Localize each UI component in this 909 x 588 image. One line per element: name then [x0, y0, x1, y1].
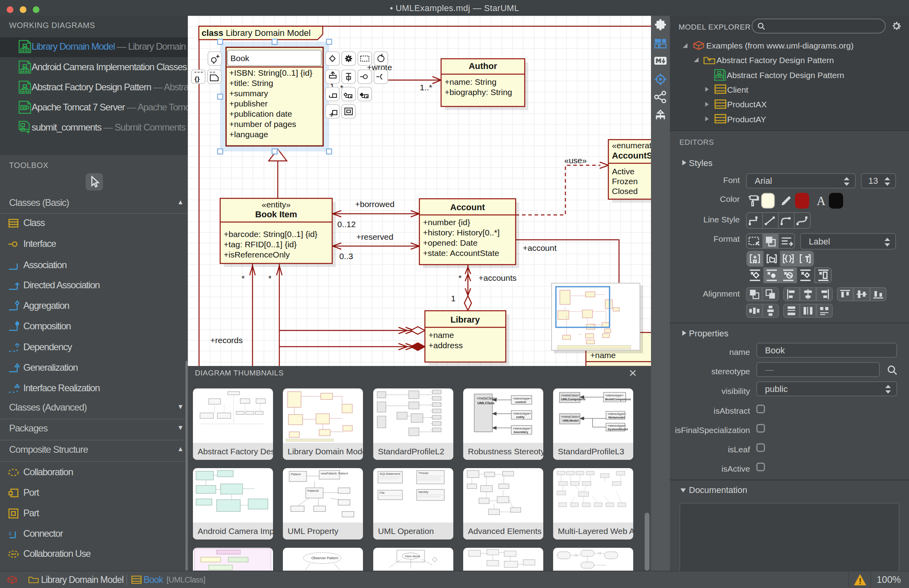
svg-text:Frozen: Frozen	[612, 177, 638, 186]
svg-text:Patient2: Patient2	[307, 489, 319, 493]
svg-text:+name: +name	[428, 330, 454, 340]
svg-text:AccountState: AccountState	[612, 151, 651, 161]
svg-text:View Items: View Items	[405, 554, 420, 558]
svg-text:«stereotype»: «stereotype»	[605, 394, 624, 397]
svg-text:0..12: 0..12	[337, 220, 356, 229]
svg-text:«enumeration»: «enumeration»	[612, 141, 651, 150]
svg-text:Library: Library	[451, 315, 480, 325]
svg-text:Identity: Identity	[418, 490, 428, 494]
svg-text:entity: entity	[516, 415, 525, 419]
svg-text:SQLStatement: SQLStatement	[380, 472, 400, 476]
svg-text:1..*: 1..*	[420, 83, 432, 92]
svg-text:SystemModel: SystemModel	[608, 427, 628, 431]
svg-text:+history: History[0..*]: +history: History[0..*]	[423, 228, 499, 237]
svg-text:newPatient: Patient: newPatient: Patient	[321, 472, 348, 475]
svg-text:Thread: Thread	[418, 471, 428, 475]
svg-text:c: c	[9, 530, 12, 536]
svg-text:Book: Book	[230, 54, 249, 63]
svg-text:+publication date: +publication date	[229, 109, 292, 118]
svg-text:«entity»: «entity»	[262, 200, 291, 209]
svg-text:*: *	[241, 274, 245, 283]
svg-text:+account: +account	[523, 243, 557, 252]
svg-text:«stereotype»: «stereotype»	[513, 397, 531, 400]
svg-text:+opened: Date: +opened: Date	[423, 238, 477, 247]
svg-text:+state: AccountState: +state: AccountState	[423, 248, 499, 258]
svg-text:«metaClass»: «metaClass»	[561, 394, 580, 397]
svg-text:+barcode: String[0..1] {id}: +barcode: String[0..1] {id}	[224, 230, 318, 239]
svg-text:+borrowed: +borrowed	[355, 200, 395, 209]
svg-text:+name: String: +name: String	[445, 77, 496, 86]
svg-text:+number {id}: +number {id}	[423, 218, 470, 227]
svg-text:Observer Pattern: Observer Pattern	[311, 556, 339, 560]
svg-text:+records: +records	[210, 336, 243, 345]
svg-text:+address: +address	[428, 341, 463, 350]
svg-text:Active: Active	[612, 167, 634, 176]
svg-text:UMLModel: UMLModel	[563, 419, 578, 422]
svg-text:+isReferenceOnly: +isReferenceOnly	[224, 250, 290, 259]
svg-text:*: *	[458, 273, 462, 282]
svg-text:«metaClass»: «metaClass»	[561, 415, 580, 418]
svg-text:0..3: 0..3	[339, 252, 353, 261]
svg-text:Account: Account	[450, 202, 485, 212]
svg-text:{}: {}	[195, 75, 200, 83]
svg-text:Metamodel: Metamodel	[608, 416, 625, 419]
svg-text:+publisher: +publisher	[229, 99, 267, 108]
svg-text:+reserved: +reserved	[356, 232, 393, 241]
svg-text:1: 1	[451, 294, 456, 303]
svg-text:«stereotype»: «stereotype»	[608, 412, 626, 416]
svg-text:Patient: Patient	[291, 472, 301, 476]
svg-text:boundary: boundary	[514, 430, 528, 434]
svg-text:«stereotype»: «stereotype»	[608, 424, 626, 427]
svg-text:class Library Domain Model: class Library Domain Model	[202, 28, 310, 38]
svg-text:Book Item: Book Item	[255, 209, 297, 219]
svg-text:«stereotype»: «stereotype»	[513, 412, 531, 415]
svg-text:File: File	[380, 491, 385, 495]
svg-text:+ISBN: String[0..1] {id}: +ISBN: String[0..1] {id}	[229, 68, 312, 77]
svg-text:+tag: RFID[0..1] {id}: +tag: RFID[0..1] {id}	[224, 240, 297, 249]
svg-text:+biography: String: +biography: String	[445, 88, 512, 97]
svg-text:Closed: Closed	[612, 187, 638, 196]
svg-text:«stereotype»: «stereotype»	[513, 427, 531, 430]
svg-text:control: control	[515, 400, 526, 404]
svg-text:+summary: +summary	[229, 89, 268, 98]
svg-text:+language: +language	[229, 130, 268, 139]
svg-text:*: *	[268, 274, 271, 283]
svg-text:+title: String: +title: String	[229, 78, 273, 88]
svg-text:BuildComponent: BuildComponent	[605, 398, 631, 401]
svg-text:+accounts: +accounts	[479, 273, 516, 282]
svg-text:+number of pages: +number of pages	[229, 119, 296, 129]
svg-text:Author: Author	[469, 61, 498, 71]
svg-text:UMLClass: UMLClass	[477, 401, 495, 405]
svg-text:«use»: «use»	[564, 156, 587, 165]
